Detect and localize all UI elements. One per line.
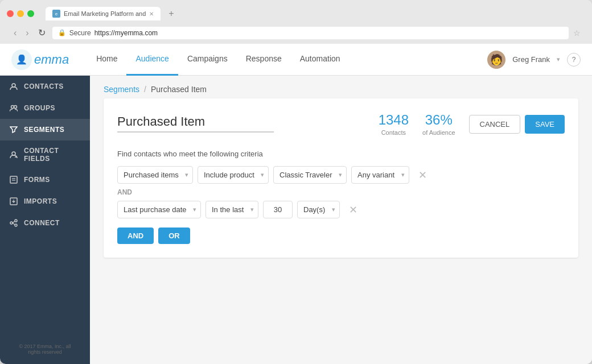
product-select[interactable]: Classic Traveler [273, 166, 347, 184]
svg-point-2 [14, 106, 17, 109]
svg-point-0 [12, 84, 15, 87]
segment-title-input[interactable] [117, 112, 274, 133]
nav-home[interactable]: Home [87, 44, 126, 76]
sidebar-item-forms[interactable]: FORMS [0, 169, 90, 191]
sidebar-item-connect[interactable]: CONNECT [0, 212, 90, 234]
sidebar: CONTACTS GROUPS [0, 76, 90, 364]
logo-icon: 👤 [11, 49, 32, 70]
secure-icon: 🔒 [58, 29, 66, 36]
browser-tab[interactable]: e Email Marketing Platform and ✕ [46, 7, 161, 20]
user-name[interactable]: Greg Frank [512, 55, 550, 64]
criteria-description: Find contacts who meet the following cri… [117, 150, 565, 158]
operator-select-2[interactable]: In the last [205, 201, 258, 218]
save-button[interactable]: SAVE [525, 115, 565, 134]
contacts-icon [9, 82, 18, 91]
operator-select-wrapper-1: Include product [198, 166, 269, 184]
contacts-label: CONTACTS [24, 82, 64, 90]
breadcrumb-separator: / [144, 85, 146, 94]
top-navigation: 👤 emma Home Audience Campaigns Response … [0, 44, 592, 76]
connect-icon [9, 218, 18, 228]
tab-favicon: e [52, 10, 60, 18]
segments-label: SEGMENTS [24, 126, 64, 134]
remove-row-2-button[interactable]: ✕ [347, 204, 360, 216]
field-select-wrapper-1: Purchased items [117, 166, 193, 184]
breadcrumb-link[interactable]: Segments [104, 85, 139, 94]
product-select-wrapper: Classic Traveler [273, 166, 347, 184]
secure-label: Secure [69, 29, 91, 37]
sidebar-item-contact-fields[interactable]: CONTACT FIELDS [0, 140, 90, 169]
segments-icon [9, 125, 18, 134]
sidebar-item-contacts[interactable]: CONTACTS [0, 76, 90, 97]
contacts-value: 1348 [379, 112, 409, 128]
help-button[interactable]: ? [567, 53, 581, 67]
nav-response[interactable]: Response [237, 44, 291, 76]
add-or-button[interactable]: OR [158, 228, 190, 244]
logo-text: emma [34, 52, 69, 67]
unit-select-wrapper: Day(s) [297, 201, 340, 218]
sidebar-item-groups[interactable]: GROUPS [0, 97, 90, 119]
forms-label: FORMS [24, 176, 50, 184]
operator-select-1[interactable]: Include product [198, 166, 269, 184]
bookmark-button[interactable]: ☆ [573, 28, 581, 38]
logo: 👤 emma [11, 49, 69, 70]
nav-campaigns[interactable]: Campaigns [178, 44, 237, 76]
value-input-2[interactable] [263, 201, 293, 218]
audience-label: of Audience [422, 129, 455, 136]
close-button[interactable] [7, 10, 14, 17]
nav-right: 🧑 Greg Frank ▾ ? [487, 51, 581, 69]
field-select-wrapper-2: Last purchase date [117, 201, 201, 218]
field-select-1[interactable]: Purchased items [117, 166, 193, 184]
criteria-row-1: Purchased items Include product Classic … [117, 166, 565, 184]
contacts-label: Contacts [379, 129, 409, 136]
groups-icon [9, 104, 18, 113]
maximize-button[interactable] [27, 10, 34, 17]
svg-point-11 [15, 224, 17, 226]
groups-label: GROUPS [24, 104, 55, 112]
tab-title: Email Marketing Platform and [64, 10, 146, 17]
footer-text: © 2017 Emma, Inc., all rights reserved [7, 339, 83, 359]
tab-close-icon[interactable]: ✕ [149, 11, 154, 17]
cancel-button[interactable]: CANCEL [469, 115, 521, 134]
sidebar-item-imports[interactable]: IMPORTS [0, 191, 90, 212]
add-row-buttons: AND OR [117, 228, 565, 244]
new-tab-button[interactable]: + [164, 6, 178, 22]
content-area: Segments / Purchased Item 1348 Contacts [90, 76, 592, 364]
svg-rect-5 [10, 176, 17, 183]
segment-card: 1348 Contacts 36% of Audience CANCEL SAV… [104, 98, 578, 258]
nav-audience[interactable]: Audience [126, 44, 178, 76]
svg-point-9 [10, 222, 13, 224]
breadcrumb-current: Purchased Item [151, 85, 207, 94]
field-select-2[interactable]: Last purchase date [117, 201, 201, 218]
nav-automation[interactable]: Automation [291, 44, 350, 76]
add-and-button[interactable]: AND [117, 228, 154, 244]
forms-icon [9, 175, 18, 184]
imports-label: IMPORTS [24, 197, 57, 205]
contacts-stat: 1348 Contacts [379, 112, 409, 136]
refresh-button[interactable]: ↻ [36, 26, 48, 39]
user-dropdown-icon[interactable]: ▾ [557, 56, 560, 63]
segment-actions: CANCEL SAVE [469, 115, 565, 134]
avatar: 🧑 [487, 51, 505, 69]
contact-fields-label: CONTACT FIELDS [24, 147, 81, 163]
audience-stat: 36% of Audience [422, 112, 455, 136]
criteria-connector: AND [117, 188, 565, 196]
remove-row-1-button[interactable]: ✕ [416, 169, 429, 181]
address-bar[interactable]: 🔒 Secure https://myemma.com [52, 27, 569, 39]
sidebar-item-segments[interactable]: SEGMENTS [0, 119, 90, 140]
back-button[interactable]: ‹ [11, 27, 19, 39]
operator-select-wrapper-2: In the last [205, 201, 258, 218]
forward-button[interactable]: › [23, 27, 31, 39]
unit-select[interactable]: Day(s) [297, 201, 340, 218]
svg-point-3 [12, 152, 15, 155]
breadcrumb: Segments / Purchased Item [90, 76, 592, 98]
segment-header: 1348 Contacts 36% of Audience CANCEL SAV… [117, 112, 565, 136]
main-nav: Home Audience Campaigns Response Automat… [87, 44, 349, 76]
variant-select-wrapper: Any variant [351, 166, 409, 184]
contact-fields-icon [9, 150, 18, 159]
variant-select[interactable]: Any variant [351, 166, 409, 184]
minimize-button[interactable] [17, 10, 24, 17]
audience-value: 36% [422, 112, 455, 128]
svg-point-10 [15, 220, 17, 222]
svg-line-12 [13, 221, 15, 223]
criteria-row-2: Last purchase date In the last Day(s) [117, 201, 565, 218]
